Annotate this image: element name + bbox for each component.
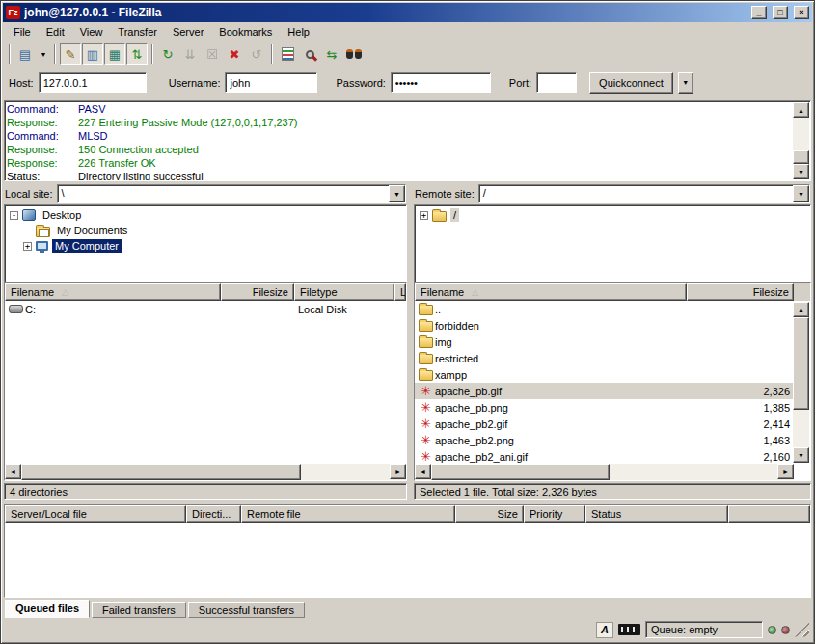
toggle-queue-button[interactable]: ⇅ [126, 43, 148, 65]
file-row-c-drive[interactable]: C: Local Disk [5, 301, 406, 317]
column-header-direction[interactable]: Directi... [186, 505, 241, 523]
column-header-remote-file[interactable]: Remote file [241, 505, 455, 523]
toggle-local-tree-button[interactable]: ▥ [82, 43, 103, 65]
remote-vertical-scrollbar[interactable]: ▲ ▼ [793, 302, 809, 463]
file-row[interactable]: ✳apache_pb2_ani.gif 2,160 [415, 448, 794, 464]
scroll-left-icon[interactable]: ◄ [5, 464, 21, 479]
status-badge-icon[interactable] [618, 624, 640, 635]
refresh-button[interactable]: ↻ [157, 43, 178, 65]
local-list-body[interactable]: C: Local Disk [5, 301, 406, 464]
site-manager-button[interactable]: ▤ [14, 43, 36, 65]
queue-body[interactable] [5, 523, 810, 597]
local-horizontal-scrollbar[interactable]: ◄ ► [5, 464, 406, 480]
title-bar[interactable]: Fz john@127.0.0.1 - FileZilla _ □ × [3, 3, 812, 22]
port-input[interactable] [537, 73, 576, 92]
file-row[interactable]: xampp [415, 366, 794, 383]
column-header-size[interactable]: Size [455, 505, 524, 523]
file-row[interactable]: ✳apache_pb2.gif 2,414 [415, 416, 794, 432]
quickconnect-dropdown-button[interactable]: ▼ [678, 72, 693, 94]
local-tree[interactable]: - Desktop My Documents + My Computer [4, 204, 407, 282]
column-header-filesize[interactable]: Filesize [221, 283, 294, 301]
compare-button[interactable] [299, 43, 320, 65]
reconnect-button[interactable]: ↺ [246, 43, 267, 65]
toggle-message-log-button[interactable]: ✎ [60, 43, 81, 65]
remote-horizontal-scrollbar[interactable]: ◄ ► [415, 464, 794, 480]
expand-icon[interactable]: + [23, 242, 32, 251]
file-row[interactable]: .. [415, 301, 794, 317]
remote-scroll-track-h[interactable] [431, 464, 777, 480]
toggle-remote-tree-button[interactable]: ▦ [104, 43, 125, 65]
collapse-icon[interactable]: - [10, 211, 18, 220]
column-header-filesize[interactable]: Filesize [687, 283, 794, 301]
username-input[interactable] [226, 73, 316, 92]
column-header-status[interactable]: Status [585, 505, 728, 523]
message-log[interactable]: Command:PASV Response:227 Entering Passi… [4, 100, 811, 181]
column-header-lastmodified[interactable]: L [394, 283, 406, 301]
minimize-button[interactable]: _ [751, 6, 767, 19]
menu-help[interactable]: Help [280, 23, 317, 40]
remote-scroll-thumb-h[interactable] [431, 464, 610, 480]
scroll-right-icon[interactable]: ► [777, 464, 794, 479]
scroll-up-icon[interactable]: ▲ [793, 302, 809, 317]
tree-item-my-documents[interactable]: My Documents [5, 223, 406, 238]
tab-successful-transfers[interactable]: Successful transfers [188, 602, 305, 618]
remote-list-body[interactable]: .. forbidden img restricted [415, 301, 794, 464]
file-row[interactable]: restricted [415, 350, 794, 366]
file-row[interactable]: ✳apache_pb2.png 1,463 [415, 432, 794, 448]
menu-file[interactable]: File [6, 23, 39, 40]
maximize-button[interactable]: □ [773, 6, 788, 19]
filezilla-app-icon[interactable]: Fz [6, 6, 20, 19]
expand-icon[interactable]: + [420, 211, 428, 220]
column-header-filename[interactable]: Filename△ [5, 283, 221, 301]
menu-edit[interactable]: Edit [39, 23, 72, 40]
chevron-down-icon[interactable]: ▼ [389, 185, 405, 202]
scroll-right-icon[interactable]: ► [390, 464, 406, 479]
file-row[interactable]: ✳apache_pb.png 1,385 [415, 399, 794, 416]
password-input[interactable] [392, 73, 490, 92]
site-manager-dropdown-button[interactable]: ▼ [37, 43, 50, 65]
remote-tree[interactable]: + / [414, 204, 811, 282]
log-vertical-scrollbar[interactable]: ▲ ▼ [793, 102, 809, 179]
scroll-left-icon[interactable]: ◄ [415, 464, 431, 479]
file-row[interactable]: forbidden [415, 317, 794, 334]
tree-item-root[interactable]: + / [415, 207, 810, 223]
menu-server[interactable]: Server [165, 23, 211, 40]
process-queue-button[interactable]: ⇊ [179, 43, 201, 65]
chevron-down-icon[interactable]: ▼ [793, 185, 809, 202]
resize-grip[interactable] [795, 623, 809, 637]
sync-browsing-button[interactable]: ⇆ [321, 43, 342, 65]
menu-view[interactable]: View [72, 23, 111, 40]
transfer-type-indicator-icon[interactable]: A [596, 622, 613, 638]
find-button[interactable] [343, 43, 365, 65]
scroll-down-icon[interactable]: ▼ [793, 164, 809, 179]
column-header-priority[interactable]: Priority [524, 505, 585, 523]
host-input[interactable] [40, 73, 146, 92]
remote-scroll-thumb[interactable] [793, 317, 809, 410]
column-header-filetype[interactable]: Filetype [294, 283, 394, 301]
cancel-button[interactable]: ☒ [202, 43, 223, 65]
file-row-selected[interactable]: ✳apache_pb.gif 2,326 [415, 383, 794, 399]
column-header-filename[interactable]: Filename△ [415, 283, 687, 301]
log-scroll-track[interactable] [793, 118, 809, 164]
remote-scroll-track[interactable] [793, 317, 809, 447]
local-scroll-track[interactable] [21, 464, 390, 480]
log-line: Response:226 Transfer OK [7, 156, 808, 170]
tree-item-my-computer[interactable]: + My Computer [5, 238, 406, 254]
local-scroll-thumb[interactable] [21, 464, 301, 480]
log-scroll-thumb[interactable] [793, 150, 809, 164]
tab-queued-files[interactable]: Queued files [5, 600, 90, 618]
filter-button[interactable] [277, 43, 298, 65]
column-header-server-local-file[interactable]: Server/Local file [5, 505, 186, 523]
scroll-up-icon[interactable]: ▲ [793, 102, 809, 118]
file-row[interactable]: img [415, 334, 794, 350]
scroll-down-icon[interactable]: ▼ [793, 447, 809, 463]
tab-failed-transfers[interactable]: Failed transfers [92, 602, 186, 618]
disconnect-button[interactable]: ✖ [224, 43, 245, 65]
menu-bookmarks[interactable]: Bookmarks [211, 23, 280, 40]
local-site-combo[interactable]: \ ▼ [57, 184, 406, 203]
remote-site-combo[interactable]: / ▼ [478, 184, 810, 203]
menu-transfer[interactable]: Transfer [110, 23, 165, 40]
tree-item-desktop[interactable]: - Desktop [5, 207, 406, 223]
close-button[interactable]: × [794, 6, 809, 19]
quickconnect-button[interactable]: Quickconnect [589, 72, 673, 94]
